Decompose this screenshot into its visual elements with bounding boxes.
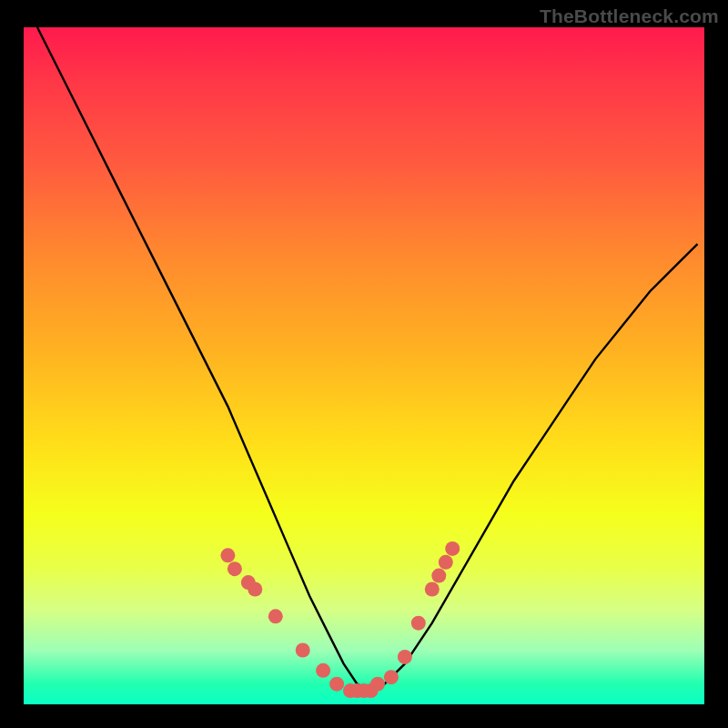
chart-frame [24, 27, 704, 704]
marker-dot [316, 663, 330, 678]
marker-dot [329, 677, 344, 692]
marker-dot [384, 670, 399, 684]
marker-dot [398, 650, 412, 664]
marker-group [220, 541, 460, 698]
bottleneck-curve [37, 27, 698, 691]
marker-dot [370, 677, 385, 692]
marker-dot [220, 548, 235, 562]
marker-dot [431, 569, 446, 583]
marker-dot [439, 555, 453, 570]
marker-dot [228, 561, 242, 576]
marker-dot [411, 616, 426, 631]
marker-dot [425, 582, 440, 597]
marker-dot [445, 541, 460, 556]
marker-dot [248, 582, 262, 597]
chart-svg [24, 27, 704, 704]
watermark-text: TheBottleneck.com [540, 5, 719, 27]
marker-dot [296, 643, 310, 658]
marker-dot [268, 609, 283, 623]
